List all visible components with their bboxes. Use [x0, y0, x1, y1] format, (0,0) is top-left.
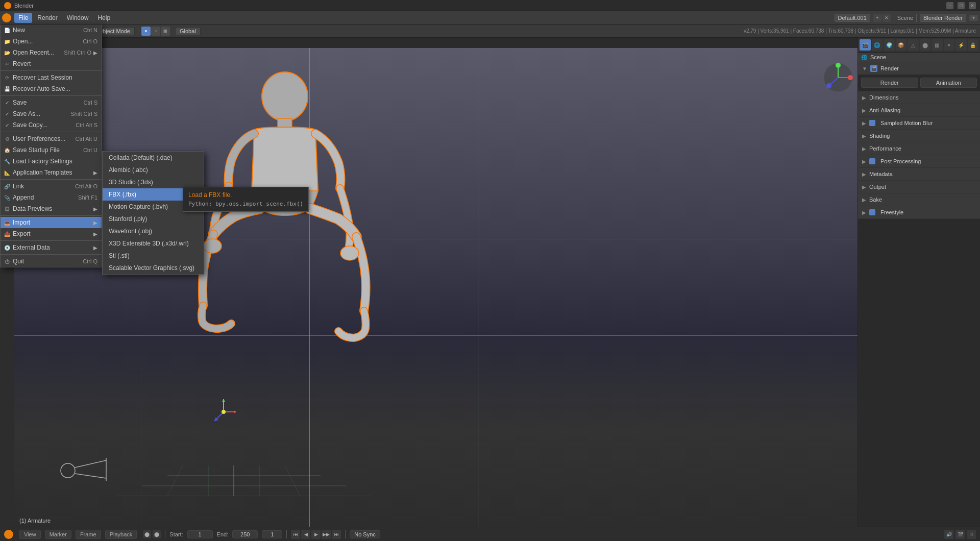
import-alembic[interactable]: Alembic (.abc) — [103, 164, 204, 176]
controls-icon-2[interactable]: ⬤ — [153, 530, 161, 538]
current-frame-input[interactable] — [262, 530, 282, 538]
physics-tab[interactable]: ⚡ — [955, 39, 967, 51]
save-menu-item[interactable]: ✔ Save Ctrl S — [1, 97, 102, 108]
motion-blur-header[interactable]: ▶ Sampled Motion Blur — [858, 117, 980, 129]
import-alembic-label: Alembic (.abc) — [109, 166, 148, 174]
data-previews-menu-item[interactable]: 🖼 Data Previews ▶ — [1, 203, 102, 214]
playback-controls: ⏮ ◀ ▶ ▶▶ ⏭ — [291, 530, 341, 539]
open-recent-menu-item[interactable]: 📂 Open Recent... Shift Ctrl O ▶ — [1, 47, 102, 58]
shading-section: ▶ Shading — [858, 130, 980, 142]
close-button[interactable]: ✕ — [969, 2, 976, 9]
viewport-nav-gizmo[interactable] — [823, 62, 853, 93]
shading-header[interactable]: ▶ Shading — [858, 130, 980, 142]
link-menu-item[interactable]: 🔗 Link Ctrl Alt O — [1, 181, 102, 192]
render-image-btn[interactable]: Render — [861, 78, 918, 88]
bottom-view-btn[interactable]: View — [19, 530, 41, 539]
import-wavefront[interactable]: Wavefront (.obj) — [103, 225, 204, 237]
recover-last-menu-item[interactable]: ⟳ Recover Last Session — [1, 72, 102, 83]
sync-dropdown[interactable]: No Sync — [350, 530, 380, 538]
render-anim-btn[interactable]: Animation — [920, 78, 977, 88]
import-menu-item[interactable]: 📥 Import ▶ — [1, 217, 102, 228]
import-stl[interactable]: Stl (.stl) — [103, 250, 204, 262]
window-menu-item[interactable]: Window — [63, 13, 93, 23]
dimensions-section-header[interactable]: ▶ Dimensions — [858, 91, 980, 104]
next-frame-btn[interactable]: ▶▶ — [322, 530, 331, 539]
maximize-button[interactable]: □ — [958, 2, 965, 9]
open-shortcut: Ctrl O — [83, 38, 97, 44]
save-copy-label: Save Copy... — [13, 121, 47, 129]
jump-start-btn[interactable]: ⏮ — [291, 530, 300, 539]
prev-frame-btn[interactable]: ◀ — [301, 530, 310, 539]
material-tab[interactable]: ⬤ — [920, 39, 931, 51]
quit-icon: ⏻ — [4, 258, 11, 265]
view-solid-btn[interactable]: ● — [141, 27, 151, 36]
save-as-shortcut: Shift Ctrl S — [70, 111, 97, 117]
bottom-playback-btn[interactable]: Playback — [105, 530, 137, 539]
workspace-icon-2[interactable]: ✕ — [883, 14, 891, 22]
import-collada[interactable]: Collada (Default) (.dae) — [103, 152, 204, 164]
import-stanford[interactable]: Stanford (.ply) — [103, 213, 204, 225]
output-header[interactable]: ▶ Output — [858, 181, 980, 193]
save-shortcut: Ctrl S — [84, 100, 98, 106]
anti-aliasing-title: Anti-Aliasing — [869, 107, 900, 113]
view-wire-btn[interactable]: ○ — [151, 27, 160, 36]
bottom-marker-btn[interactable]: Marker — [45, 530, 71, 539]
new-menu-item[interactable]: 📄 New Ctrl N — [1, 24, 102, 36]
jump-end-btn[interactable]: ⏭ — [332, 530, 341, 539]
user-prefs-menu-item[interactable]: ⚙ User Preferences... Ctrl Alt U — [1, 133, 102, 144]
object-tab[interactable]: 📦 — [896, 39, 907, 51]
freestyle-header[interactable]: ▶ Freestyle — [858, 206, 980, 218]
import-x3d[interactable]: X3D Extensible 3D (.x3d/.wrl) — [103, 237, 204, 250]
external-data-menu-item[interactable]: 💿 External Data ▶ — [1, 242, 102, 253]
constraints-tab[interactable]: 🔒 — [968, 39, 979, 51]
render-tab[interactable]: 🎬 — [860, 39, 871, 51]
workspace-icon-1[interactable]: + — [873, 14, 881, 22]
open-menu-item[interactable]: 📁 Open... Ctrl O — [1, 36, 102, 47]
file-menu-item[interactable]: File — [14, 13, 32, 23]
end-frame-input[interactable] — [232, 530, 258, 538]
mesh-tab[interactable]: △ — [908, 39, 919, 51]
grid-v3 — [478, 48, 479, 527]
save-as-menu-item[interactable]: ✔ Save As... Shift Ctrl S — [1, 108, 102, 119]
workspace-name[interactable]: Default.001 — [835, 14, 870, 22]
load-factory-menu-item[interactable]: 🔧 Load Factory Settings — [1, 156, 102, 167]
quit-menu-item[interactable]: ⏻ Quit Ctrl Q — [1, 256, 102, 267]
render-section-header[interactable]: ▼ 🎬 Render — [858, 62, 980, 75]
bottom-icon-3[interactable]: ⏸ — [967, 530, 976, 539]
view-tex-btn[interactable]: ▦ — [161, 27, 170, 36]
metadata-header[interactable]: ▶ Metadata — [858, 168, 980, 180]
particles-tab[interactable]: ✦ — [944, 39, 955, 51]
texture-tab[interactable]: ▦ — [932, 39, 943, 51]
revert-menu-item[interactable]: ↩ Revert — [1, 58, 102, 69]
anti-aliasing-header[interactable]: ▶ Anti-Aliasing — [858, 104, 980, 116]
render-menu-item[interactable]: Render — [33, 13, 61, 23]
recover-auto-menu-item[interactable]: 💾 Recover Auto Save... — [1, 83, 102, 94]
save-startup-menu-item[interactable]: 🏠 Save Startup File Ctrl U — [1, 144, 102, 156]
save-copy-menu-item[interactable]: ✔ Save Copy... Ctrl Alt S — [1, 119, 102, 131]
performance-header[interactable]: ▶ Performance — [858, 142, 980, 155]
app-templates-menu-item[interactable]: 📐 Application Templates ▶ — [1, 167, 102, 178]
scene-tab[interactable]: 🌐 — [872, 39, 883, 51]
freestyle-icon — [869, 209, 875, 215]
post-processing-header[interactable]: ▶ Post Processing — [858, 155, 980, 167]
bake-header[interactable]: ▶ Bake — [858, 193, 980, 206]
end-label: End: — [217, 531, 229, 537]
export-menu-item[interactable]: 📤 Export ▶ — [1, 228, 102, 239]
help-menu-item[interactable]: Help — [93, 13, 114, 23]
main-viewport[interactable]: User Ortho — [14, 38, 857, 527]
bottom-frame-btn[interactable]: Frame — [76, 530, 101, 539]
render-engine[interactable]: Blender Render — [920, 14, 966, 22]
controls-icon-1[interactable]: ⬤ — [143, 530, 151, 538]
divider3 — [1, 132, 102, 132]
global-dropdown[interactable]: Global — [175, 27, 201, 35]
import-svg[interactable]: Scalable Vector Graphics (.svg) — [103, 262, 204, 274]
bottom-icon-2[interactable]: 🎬 — [955, 530, 965, 539]
world-tab[interactable]: 🌍 — [884, 39, 895, 51]
start-frame-input[interactable] — [187, 530, 213, 538]
play-btn[interactable]: ▶ — [311, 530, 321, 539]
append-menu-item[interactable]: 📎 Append Shift F1 — [1, 192, 102, 203]
render-section-title: Render — [880, 65, 899, 71]
anti-aliasing-section: ▶ Anti-Aliasing — [858, 104, 980, 117]
minimize-button[interactable]: – — [946, 2, 953, 9]
bottom-icon-1[interactable]: 🔊 — [944, 530, 953, 539]
